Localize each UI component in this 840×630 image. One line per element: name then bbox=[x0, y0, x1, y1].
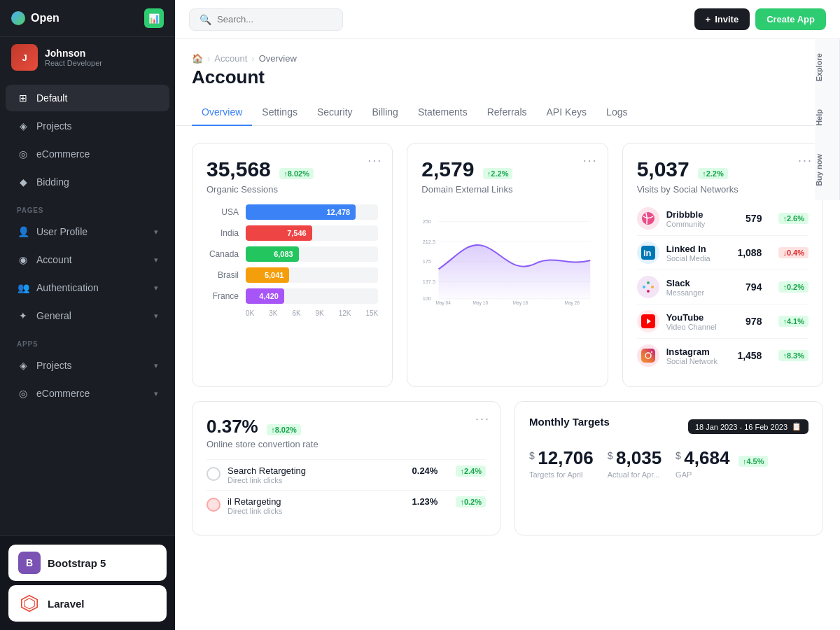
chevron-down-icon: ▾ bbox=[154, 255, 158, 265]
breadcrumb: 🏠 › Account › Overview bbox=[192, 53, 823, 64]
bar-row-india: India 7,546 bbox=[206, 225, 378, 241]
social-item-dribbble: Dribbble Community 579 ↑2.6% bbox=[637, 202, 808, 236]
monthly-targets-card: Monthly Targets 18 Jan 2023 - 16 Feb 202… bbox=[514, 401, 823, 536]
chevron-down-icon: ▾ bbox=[154, 227, 158, 237]
sidebar-nav: ⊞ Default ◈ Projects ◎ eCommerce ◆ Biddi… bbox=[0, 78, 175, 536]
sidebar-item-default[interactable]: ⊞ Default bbox=[6, 85, 169, 111]
logo-icon bbox=[11, 11, 25, 25]
slack-icon bbox=[637, 276, 659, 298]
tabs-nav: Overview Settings Security Billing State… bbox=[175, 99, 840, 126]
svg-text:175: 175 bbox=[423, 258, 431, 265]
sidebar-item-label: Default bbox=[36, 92, 67, 104]
laravel-promo: Laravel bbox=[8, 585, 167, 622]
plus-icon: + bbox=[706, 14, 711, 24]
sidebar-item-projects[interactable]: ◈ Projects bbox=[6, 113, 169, 139]
more-options-social[interactable]: ··· bbox=[798, 153, 813, 168]
bar-row-brasil: Brasil 5,041 bbox=[206, 267, 378, 283]
sidebar-item-label: eCommerce bbox=[36, 388, 90, 399]
sessions-value: 35,568 ↑8.02% bbox=[206, 158, 378, 181]
social-item-instagram: Instagram Social Network 1,458 ↑8.3% bbox=[637, 339, 808, 372]
svg-rect-22 bbox=[647, 290, 650, 293]
svg-rect-25 bbox=[641, 349, 655, 363]
sidebar-item-label: User Profile bbox=[36, 226, 88, 237]
user-section: J Johnson React Developer bbox=[0, 37, 175, 78]
help-button[interactable]: Help bbox=[815, 95, 840, 140]
sessions-badge: ↑8.02% bbox=[279, 168, 314, 179]
sessions-card: ··· 35,568 ↑8.02% Organic Sessions USA 1… bbox=[192, 143, 393, 387]
user-profile-icon: 👤 bbox=[17, 225, 29, 238]
sidebar-item-label: Projects bbox=[36, 120, 72, 132]
actual-april: $ 8,035 Actual for Apr... bbox=[608, 447, 662, 479]
social-label: Visits by Social Networks bbox=[637, 184, 808, 195]
bar-chart: USA 12,478 India 7,546 Canada bbox=[206, 204, 378, 317]
svg-text:May 26: May 26 bbox=[565, 300, 580, 306]
ecommerce-app-icon: ◎ bbox=[17, 387, 29, 400]
social-list: Dribbble Community 579 ↑2.6% in Linked I… bbox=[637, 202, 808, 372]
conversion-badge: ↑8.02% bbox=[267, 424, 301, 435]
social-item-youtube: YouTube Video Channel 978 ↑4.1% bbox=[637, 304, 808, 339]
gap-value: $ 4,684 ↑4.5% GAP bbox=[676, 447, 768, 479]
general-icon: ✦ bbox=[17, 309, 29, 322]
ecommerce-icon: ◎ bbox=[17, 148, 29, 160]
sidebar-item-label: General bbox=[36, 310, 71, 321]
invite-button[interactable]: + + Invite Invite bbox=[694, 8, 750, 30]
bidding-icon: ◆ bbox=[17, 176, 29, 188]
svg-text:May 04: May 04 bbox=[436, 300, 451, 306]
tab-security[interactable]: Security bbox=[307, 99, 363, 126]
tab-billing[interactable]: Billing bbox=[363, 99, 408, 126]
search-input[interactable] bbox=[217, 14, 332, 24]
sessions-label: Organic Sessions bbox=[206, 184, 378, 195]
sidebar-item-user-profile[interactable]: 👤 User Profile ▾ bbox=[6, 218, 169, 245]
svg-rect-21 bbox=[651, 286, 654, 288]
conversion-label: Online store convertion rate bbox=[206, 439, 486, 449]
sidebar-item-general[interactable]: ✦ General ▾ bbox=[6, 302, 169, 329]
tab-settings[interactable]: Settings bbox=[252, 99, 307, 126]
svg-text:100: 100 bbox=[423, 295, 431, 302]
pages-section-label: PAGES bbox=[0, 197, 175, 217]
more-options-links[interactable]: ··· bbox=[583, 153, 598, 168]
tab-statements[interactable]: Statements bbox=[408, 99, 477, 126]
social-item-linkedin: in Linked In Social Media 1,088 ↓0.4% bbox=[637, 236, 808, 270]
tab-referrals[interactable]: Referrals bbox=[477, 99, 537, 126]
svg-text:137.5: 137.5 bbox=[423, 279, 435, 285]
tab-overview[interactable]: Overview bbox=[192, 99, 252, 126]
retarget-item-search: Search Retargeting Direct link clicks 0.… bbox=[206, 459, 486, 490]
search-icon: 🔍 bbox=[200, 14, 211, 25]
line-chart: 250 212.5 175 137.5 100 bbox=[421, 202, 593, 316]
sidebar-item-ecommerce-app[interactable]: ◎ eCommerce ▾ bbox=[6, 380, 169, 407]
home-icon: 🏠 bbox=[192, 53, 203, 64]
create-app-button[interactable]: Create App bbox=[755, 8, 826, 30]
sidebar-item-label: Authentication bbox=[36, 282, 99, 293]
retarget-circle-icon bbox=[206, 467, 220, 481]
youtube-icon bbox=[637, 310, 659, 332]
retarget-item-email: il Retargeting Direct link clicks 1.23% … bbox=[206, 490, 486, 521]
content-area: 🏠 › Account › Overview Account Overview … bbox=[175, 39, 840, 630]
links-value: 2,579 ↑2.2% bbox=[421, 158, 593, 181]
chevron-down-icon: ▾ bbox=[154, 389, 158, 398]
main-content: 🔍 + + Invite Invite Create App 🏠 › Accou… bbox=[175, 0, 840, 630]
sidebar-item-authentication[interactable]: 👥 Authentication ▾ bbox=[6, 274, 169, 301]
bar-row-france: France 4,420 bbox=[206, 288, 378, 304]
more-options-sessions[interactable]: ··· bbox=[368, 153, 382, 168]
buy-now-button[interactable]: Buy now bbox=[815, 140, 840, 200]
sidebar-item-ecommerce[interactable]: ◎ eCommerce bbox=[6, 141, 169, 167]
page-title: Account bbox=[192, 66, 823, 88]
sidebar-item-account[interactable]: ◉ Account ▾ bbox=[6, 246, 169, 273]
search-box[interactable]: 🔍 bbox=[189, 8, 343, 31]
tab-api-keys[interactable]: API Keys bbox=[537, 99, 597, 126]
explore-button[interactable]: Explore bbox=[815, 39, 840, 95]
account-icon: ◉ bbox=[17, 253, 29, 266]
svg-text:in: in bbox=[643, 248, 652, 258]
bootstrap-icon: B bbox=[18, 552, 41, 574]
tab-logs[interactable]: Logs bbox=[596, 99, 637, 126]
bootstrap-promo: B Bootstrap 5 bbox=[8, 545, 167, 581]
sidebar-item-bidding[interactable]: ◆ Bidding bbox=[6, 169, 169, 195]
social-card: ··· 5,037 ↑2.2% Visits by Social Network… bbox=[622, 143, 823, 387]
monthly-targets-title: Monthly Targets bbox=[529, 416, 610, 428]
conversion-card: ··· 0.37% ↑8.02% Online store convertion… bbox=[192, 401, 500, 536]
targets-numbers: $ 12,706 Targets for April $ 8,035 Actua… bbox=[529, 447, 808, 479]
more-options-conv[interactable]: ··· bbox=[475, 412, 490, 426]
sidebar-item-projects-app[interactable]: ◈ Projects ▾ bbox=[6, 352, 169, 379]
chart-icon-button[interactable]: 📊 bbox=[144, 8, 164, 28]
breadcrumb-account[interactable]: Account bbox=[214, 53, 247, 64]
